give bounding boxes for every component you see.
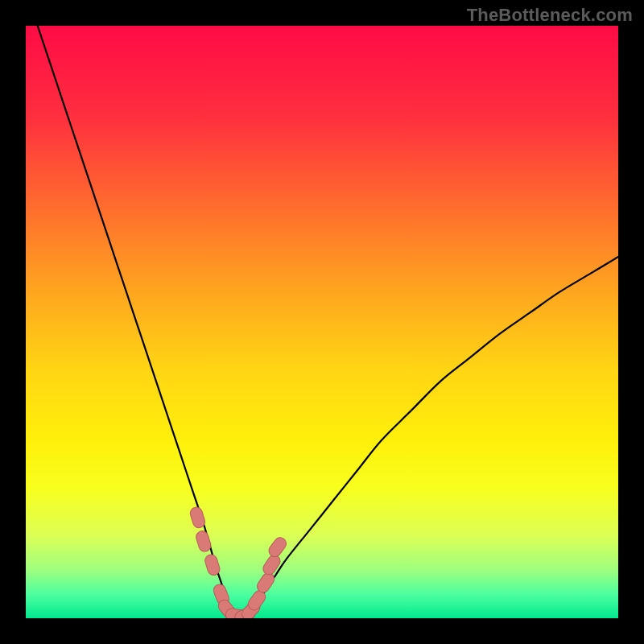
gradient-background [26,26,618,618]
watermark-text: TheBottleneck.com [467,5,633,26]
plot-area [26,26,618,618]
figure-root: { "watermark": "TheBottleneck.com", "col… [0,0,644,644]
plot-svg [26,26,618,618]
